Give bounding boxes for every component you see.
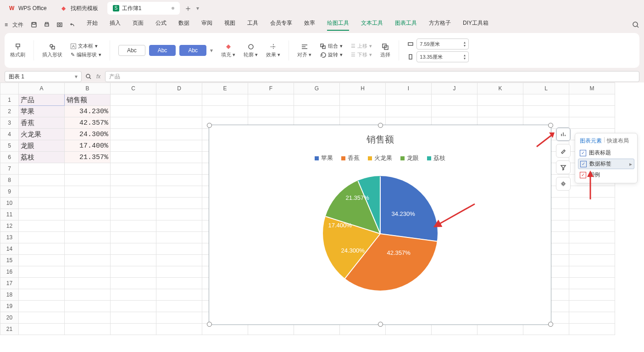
cell[interactable]: 21.357% [65,152,111,163]
tab-menu-button[interactable]: ▾ [196,5,199,11]
cell[interactable] [248,106,294,117]
cell[interactable] [248,94,294,106]
cell[interactable] [111,117,156,129]
tab-insert[interactable]: 插入 [110,19,121,31]
move-up-button[interactable]: ☰上移 ▾ [351,43,372,50]
cell[interactable] [111,220,156,232]
cell[interactable] [65,266,111,278]
fill-button[interactable]: 填充 ▾ [221,43,235,58]
chart-legend[interactable]: 苹果 香蕉 火龙果 龙眼 荔枝 [209,154,551,162]
cell[interactable] [156,312,202,324]
checkbox-icon[interactable]: ✓ [580,150,586,156]
style-preset-3[interactable]: Abc [179,45,206,56]
cell[interactable]: 火龙果 [19,129,65,140]
cell[interactable] [569,243,615,255]
chart-filter-button[interactable] [556,160,571,174]
cell[interactable]: 销售额 [65,94,111,106]
cell[interactable] [19,243,65,255]
popover-item-title[interactable]: ✓ 图表标题 [575,148,637,158]
menu-icon[interactable]: ≡ [5,22,8,28]
resize-handle[interactable] [207,322,212,327]
cell[interactable] [156,255,202,266]
cell[interactable] [340,94,386,106]
cell[interactable] [156,140,202,152]
cell[interactable] [156,94,202,106]
cell[interactable] [156,175,202,186]
cell[interactable] [386,94,432,106]
popover-tab-layout[interactable]: 快速布局 [606,136,630,146]
cell[interactable] [111,324,156,335]
cell[interactable] [19,255,65,266]
cell[interactable]: 苹果 [19,106,65,117]
cell[interactable] [19,301,65,312]
cell[interactable] [294,106,340,117]
cell[interactable] [569,266,615,278]
style-preset-2[interactable]: Abc [149,45,176,56]
tab-vip[interactable]: 会员专享 [270,19,292,31]
tab-workbook[interactable]: S 工作簿1 [107,2,180,15]
cell[interactable] [65,278,111,289]
cell[interactable] [569,301,615,312]
cell[interactable] [477,94,523,106]
cell[interactable]: 荔枝 [19,152,65,163]
effect-button[interactable]: 效果 ▾ [266,43,280,58]
cell[interactable] [65,243,111,255]
cell[interactable] [65,198,111,209]
height-input[interactable]: 13.35厘米▴▾ [407,51,469,62]
resize-handle[interactable] [207,123,212,128]
cell[interactable] [569,94,615,106]
cell[interactable] [111,232,156,243]
cell[interactable] [111,140,156,152]
cell[interactable] [156,232,202,243]
edit-shape-button[interactable]: ✎编辑形状 ▾ [71,51,101,58]
submenu-arrow-icon[interactable]: ▸ [629,161,632,167]
chart-title[interactable]: 销售额 [209,133,551,146]
cell[interactable] [340,106,386,117]
cell[interactable] [156,243,202,255]
cell[interactable] [569,289,615,301]
cell[interactable] [111,106,156,117]
cell[interactable] [156,209,202,220]
tab-start[interactable]: 开始 [87,19,98,31]
cell[interactable] [569,312,615,324]
cell[interactable] [432,324,477,335]
file-menu[interactable]: 文件 [10,19,26,31]
cell[interactable] [65,289,111,301]
cell[interactable] [523,106,569,117]
cell[interactable] [156,220,202,232]
cell[interactable] [111,255,156,266]
cell[interactable] [65,312,111,324]
cell[interactable] [19,220,65,232]
tab-drawtools[interactable]: 绘图工具 [327,19,349,31]
cell[interactable] [156,278,202,289]
resize-handle[interactable] [378,123,383,128]
align-button[interactable]: 对齐 ▾ [297,43,311,58]
tab-diy[interactable]: DIY工具箱 [463,19,489,31]
outline-button[interactable]: 轮廓 ▾ [244,43,258,58]
cell[interactable] [202,94,248,106]
chart-style-button[interactable] [556,144,571,158]
tab-template[interactable]: ◆ 找稻壳模板 [56,2,104,15]
name-box[interactable]: 图表 1 ▾ [5,71,82,82]
chart-elements-button[interactable] [556,127,571,141]
tab-ffgz[interactable]: 方方格子 [429,19,451,31]
cell[interactable] [19,209,65,220]
cell[interactable]: 17.400% [65,140,111,152]
cell[interactable] [65,163,111,175]
cell[interactable] [65,232,111,243]
cell[interactable] [19,186,65,198]
popover-tab-elements[interactable]: 图表元素 [579,136,603,146]
cell[interactable]: 产品 [19,94,65,106]
style-preset-1[interactable]: Abc [118,45,145,56]
rotate-button[interactable]: 旋转 ▾ [320,51,343,58]
formula-input[interactable]: 产品 [105,71,639,82]
cell[interactable]: 龙眼 [19,140,65,152]
cell[interactable] [156,117,202,129]
cell[interactable] [65,301,111,312]
cell[interactable] [523,324,569,335]
cell[interactable] [19,175,65,186]
resize-handle[interactable] [378,322,383,327]
cell[interactable] [569,220,615,232]
move-down-button[interactable]: ☰下移 ▾ [351,51,372,58]
print-icon[interactable] [44,22,50,28]
